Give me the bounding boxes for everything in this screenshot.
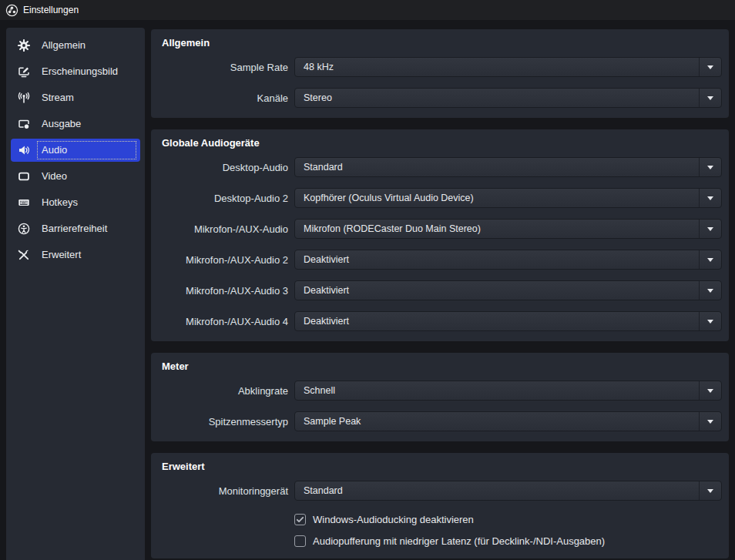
checkbox-row: Windows-Audioducking deaktivieren <box>294 511 722 527</box>
sidebar-item-general[interactable]: Allgemein <box>11 34 140 57</box>
dropdown-selected-value: Deaktiviert <box>295 285 699 296</box>
window-title: Einstellungen <box>23 5 79 15</box>
section-title: Allgemein <box>160 37 722 49</box>
form-row: MonitoringgerätStandard <box>160 481 722 501</box>
obs-logo-icon <box>5 4 18 17</box>
sidebar-item-label: Barrierefreiheit <box>37 220 112 238</box>
sidebar-item-video[interactable]: Video <box>11 165 140 188</box>
desktop-audio-2-dropdown[interactable]: Kopfhörer (Oculus Virtual Audio Device) <box>294 188 722 208</box>
monitoring-device-dropdown[interactable]: Standard <box>294 481 722 501</box>
peak-meter-type-dropdown[interactable]: Sample Peak <box>294 411 722 431</box>
form-row: Mikrofon-/AUX-Audio 3Deaktiviert <box>160 280 722 300</box>
chevron-down-icon[interactable] <box>699 481 721 500</box>
mic-aux-audio-3-dropdown[interactable]: Deaktiviert <box>294 280 722 300</box>
section-meter: MeterAbklingrateSchnellSpitzenmessertypS… <box>151 353 729 441</box>
section-title: Globale Audiogeräte <box>160 137 722 149</box>
sidebar-item-stream[interactable]: Stream <box>11 86 140 109</box>
field-label: Mikrofon-/AUX-Audio <box>160 223 288 235</box>
meter-decay-rate-dropdown[interactable]: Schnell <box>294 381 722 401</box>
field-label: Desktop-Audio 2 <box>160 193 288 204</box>
section-title: Erweitert <box>160 461 722 473</box>
sidebar-item-label: Ausgabe <box>37 115 86 133</box>
appearance-icon <box>17 65 30 79</box>
mic-aux-audio-4-dropdown[interactable]: Deaktiviert <box>294 311 722 331</box>
output-icon <box>17 118 30 131</box>
section-title: Meter <box>160 360 722 373</box>
sidebar-item-output[interactable]: Ausgabe <box>11 112 140 136</box>
settings-content: AllgemeinSample Rate48 kHzKanäleStereoGl… <box>151 29 729 560</box>
form-row: Sample Rate48 kHz <box>160 57 722 77</box>
speaker-icon <box>17 144 30 157</box>
form-row: Mikrofon-/AUX-AudioMikrofon (RODECaster … <box>160 219 722 239</box>
field-label: Mikrofon-/AUX-Audio 2 <box>160 254 288 266</box>
field-label: Mikrofon-/AUX-Audio 4 <box>160 316 288 327</box>
sidebar-item-label: Audio <box>37 141 136 159</box>
field-label: Kanäle <box>160 92 288 104</box>
sidebar-item-label: Erscheinungsbild <box>37 62 123 81</box>
sidebar-item-label: Allgemein <box>37 36 90 55</box>
chevron-down-icon[interactable] <box>699 220 721 238</box>
mic-aux-audio-2-dropdown[interactable]: Deaktiviert <box>294 250 722 270</box>
titlebar: Einstellungen <box>0 0 735 20</box>
sidebar-item-label: Video <box>37 167 72 186</box>
chevron-down-icon[interactable] <box>699 158 721 176</box>
dropdown-selected-value: 48 kHz <box>295 62 699 72</box>
dropdown-selected-value: Mikrofon (RODECaster Duo Main Stereo) <box>295 223 699 234</box>
channels-dropdown[interactable]: Stereo <box>294 88 722 108</box>
chevron-down-icon[interactable] <box>699 89 721 107</box>
mic-aux-audio-dropdown[interactable]: Mikrofon (RODECaster Duo Main Stereo) <box>294 219 722 239</box>
keyboard-icon <box>17 196 30 210</box>
field-label: Mikrofon-/AUX-Audio 3 <box>160 285 288 297</box>
dropdown-selected-value: Deaktiviert <box>295 254 699 265</box>
form-row: SpitzenmessertypSample Peak <box>160 411 722 431</box>
section-general: AllgemeinSample Rate48 kHzKanäleStereo <box>151 29 729 118</box>
field-label: Abklingrate <box>160 385 288 397</box>
chevron-down-icon[interactable] <box>699 58 721 76</box>
form-row: KanäleStereo <box>160 88 722 108</box>
dropdown-selected-value: Kopfhörer (Oculus Virtual Audio Device) <box>295 193 699 203</box>
section-global-audio-devices: Globale AudiogeräteDesktop-AudioStandard… <box>151 129 729 341</box>
chevron-down-icon[interactable] <box>699 412 721 431</box>
checkbox-row: Audiopufferung mit niedriger Latenz (für… <box>294 533 722 548</box>
chevron-down-icon[interactable] <box>699 381 721 400</box>
form-row: Mikrofon-/AUX-Audio 4Deaktiviert <box>160 311 722 331</box>
checkbox-label: Windows-Audioducking deaktivieren <box>313 514 474 525</box>
sidebar-item-hotkeys[interactable]: Hotkeys <box>11 191 140 214</box>
form-row: Mikrofon-/AUX-Audio 2Deaktiviert <box>160 250 722 270</box>
chevron-down-icon[interactable] <box>699 281 721 300</box>
sidebar-item-label: Hotkeys <box>37 193 82 212</box>
sidebar-item-accessibility[interactable]: Barrierefreiheit <box>11 217 140 240</box>
field-label: Monitoringgerät <box>160 485 288 497</box>
tools-icon <box>17 249 30 262</box>
section-advanced: ErweitertMonitoringgerätStandard Windows… <box>151 453 729 558</box>
dropdown-selected-value: Standard <box>295 162 699 173</box>
sample-rate-dropdown[interactable]: 48 kHz <box>294 57 722 77</box>
stream-icon <box>17 92 30 105</box>
sidebar-item-appearance[interactable]: Erscheinungsbild <box>11 60 140 83</box>
dropdown-selected-value: Sample Peak <box>295 416 699 427</box>
display-icon <box>17 170 30 183</box>
chevron-down-icon[interactable] <box>699 189 721 207</box>
sidebar-item-label: Stream <box>37 89 79 107</box>
dropdown-selected-value: Standard <box>295 485 699 496</box>
dropdown-selected-value: Schnell <box>295 385 699 396</box>
chevron-down-icon[interactable] <box>699 250 721 269</box>
checkbox-label: Audiopufferung mit niedriger Latenz (für… <box>313 535 605 547</box>
accessibility-icon <box>17 223 30 236</box>
form-row: AbklingrateSchnell <box>160 381 722 401</box>
disable-windows-audio-ducking-checkbox[interactable] <box>294 514 306 525</box>
chevron-down-icon[interactable] <box>699 312 721 330</box>
field-label: Sample Rate <box>160 62 288 73</box>
sidebar-item-label: Erweitert <box>37 246 86 264</box>
sidebar-item-advanced[interactable]: Erweitert <box>11 243 140 267</box>
desktop-audio-dropdown[interactable]: Standard <box>294 157 722 177</box>
settings-nav: Allgemein Erscheinungsbild Stream Ausgab… <box>6 28 145 560</box>
gear-icon <box>17 39 30 52</box>
dropdown-selected-value: Deaktiviert <box>295 316 699 327</box>
low-latency-audio-buffering-checkbox[interactable] <box>294 535 306 547</box>
form-row: Desktop-AudioStandard <box>160 157 722 177</box>
dropdown-selected-value: Stereo <box>295 92 699 103</box>
field-label: Desktop-Audio <box>160 162 288 173</box>
sidebar-item-audio[interactable]: Audio <box>11 139 140 162</box>
form-row: Desktop-Audio 2Kopfhörer (Oculus Virtual… <box>160 188 722 208</box>
